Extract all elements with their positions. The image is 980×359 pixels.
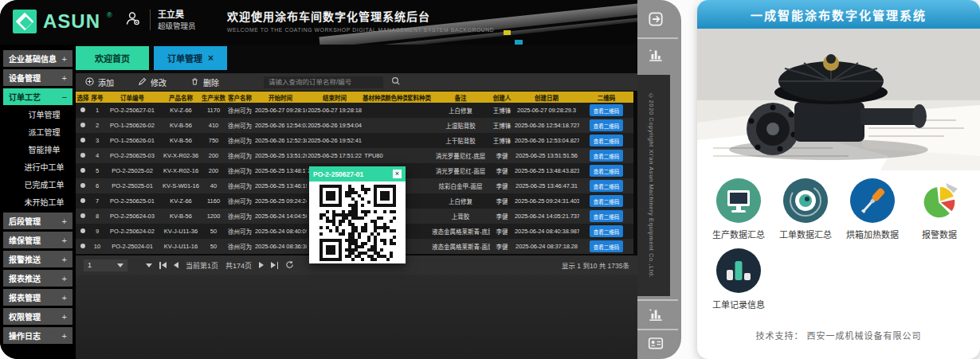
sidebar-item[interactable]: 订单工艺−: [3, 88, 73, 105]
close-tab-icon[interactable]: ×: [208, 53, 214, 64]
sidebar-subitem[interactable]: 订单管理: [3, 106, 73, 123]
refresh-icon[interactable]: [285, 260, 294, 271]
table-row[interactable]: 1PO-2-250627-01KV-Z-661170徐州可为2025-06-27…: [76, 103, 633, 118]
sidebar-item[interactable]: 设备管理+: [3, 69, 73, 86]
qrcode-image: [319, 185, 396, 261]
cell: 2025-06-24 08:36:30: [254, 239, 307, 254]
row-select-radio[interactable]: [80, 213, 85, 218]
cell: PO-2-250625-03: [104, 148, 160, 163]
expand-icon: +: [62, 217, 67, 226]
divider: [150, 10, 151, 30]
row-select-radio[interactable]: [80, 228, 85, 233]
view-qrcode-button[interactable]: 查看二维码: [590, 165, 624, 177]
sidebar-item-label: 操作日志: [9, 330, 41, 341]
column-header: 基材种类: [363, 92, 385, 103]
cell: [385, 103, 407, 118]
add-button[interactable]: 添加: [85, 76, 114, 88]
search-icon[interactable]: [391, 75, 401, 89]
view-qrcode-button[interactable]: 查看二维码: [590, 150, 624, 162]
sidebar-subitem[interactable]: 派工管理: [3, 123, 73, 140]
cell: 李健: [490, 224, 514, 239]
shortcut-production-summary[interactable]: 生产数据汇总: [705, 178, 772, 240]
sidebar-item[interactable]: 报表管理+: [3, 289, 73, 306]
row-select-radio[interactable]: [80, 123, 85, 127]
tech-support-footer: 技术支持： 西安一成机械设备有限公司: [697, 329, 980, 341]
shortcut-alarm-data[interactable]: 报警数据: [906, 178, 973, 240]
sidebar-subitem[interactable]: 智能排单: [3, 141, 73, 158]
statistics-button-bottom[interactable]: [640, 302, 672, 330]
shortcut-workorder-records[interactable]: 工单记录信息: [705, 248, 772, 310]
sidebar-item[interactable]: 报警推送+: [3, 251, 73, 267]
shortcut-workorder-summary[interactable]: 工单数据汇总: [772, 178, 839, 240]
cell: KV-B-56: [160, 209, 202, 224]
cell: 消光罗曼尼红-底层: [431, 148, 490, 163]
valve-product-photo: [697, 29, 980, 170]
page-size-select[interactable]: 1: [84, 259, 127, 271]
cell: [363, 133, 385, 148]
pen-icon: [138, 77, 147, 88]
first-page-button[interactable]: [159, 262, 167, 269]
statistics-button-top[interactable]: [640, 43, 672, 70]
row-select-radio[interactable]: [80, 168, 85, 173]
cell: 王博锋: [490, 103, 514, 118]
cell: 7: [90, 193, 104, 209]
tab-order-management[interactable]: 订单管理 ×: [154, 46, 227, 70]
row-select-radio[interactable]: [80, 138, 85, 142]
cell: 徐州可为: [225, 209, 254, 224]
qrcode-popup: PO-2-250627-01 ×: [309, 166, 406, 263]
view-qrcode-button[interactable]: 查看二维码: [590, 240, 624, 252]
row-select-radio[interactable]: [80, 153, 85, 158]
cell: PO-2-250625-01: [104, 193, 160, 209]
shortcut-oven-heating-data[interactable]: 烘箱加热数据: [839, 178, 906, 240]
cell: 2025-06-27 19:28:18: [307, 103, 363, 118]
cell: 徐州可为: [225, 193, 254, 209]
view-qrcode-button[interactable]: 查看二维码: [590, 195, 624, 207]
cell: [407, 118, 431, 133]
delete-button[interactable]: 删除: [190, 76, 219, 88]
tab-welcome-home[interactable]: 欢迎首页: [76, 46, 149, 70]
contact-card-button[interactable]: [640, 331, 672, 358]
view-qrcode-button[interactable]: 查看二维码: [590, 210, 624, 222]
sidebar-item[interactable]: 权限管理+: [3, 308, 73, 325]
cell: 徐州可为: [225, 133, 254, 148]
view-qrcode-button[interactable]: 查看二维码: [590, 104, 624, 116]
sidebar-item[interactable]: 企业基础信息+: [3, 50, 73, 67]
exit-button[interactable]: [640, 7, 672, 34]
sidebar-item[interactable]: 操作日志+: [3, 327, 73, 344]
sidebar-subitem[interactable]: 进行中工单: [3, 158, 73, 175]
edit-button[interactable]: 修改: [138, 76, 167, 88]
cell: 2: [90, 118, 104, 133]
sidebar-item[interactable]: 后段管理+: [3, 213, 73, 229]
cell: 2025-06-25 13:46:15: [254, 178, 307, 193]
row-select-radio[interactable]: [80, 107, 85, 112]
prev-page-button[interactable]: [174, 262, 178, 268]
table-row[interactable]: 3PO-1-250626-01KV-B-56750徐州可为2025-06-26 …: [76, 133, 633, 148]
view-qrcode-button[interactable]: 查看二维码: [590, 135, 624, 146]
search-input[interactable]: [264, 76, 383, 88]
sidebar-subitem[interactable]: 未开始工单: [3, 193, 73, 210]
next-page-button[interactable]: [259, 262, 264, 268]
row-select-radio[interactable]: [80, 198, 85, 203]
view-qrcode-button[interactable]: 查看二维码: [590, 225, 624, 237]
column-header: 开始时间: [254, 92, 307, 103]
cell: [385, 133, 407, 148]
user-block[interactable]: 王立昊 超级管理员: [123, 9, 196, 31]
row-select-radio[interactable]: [80, 183, 85, 188]
row-select-radio[interactable]: [80, 244, 85, 248]
view-qrcode-button[interactable]: 查看二维码: [590, 180, 624, 192]
sidebar-subitem[interactable]: 已完成工单: [3, 176, 73, 193]
screwdriver-icon: [850, 178, 895, 223]
popup-close-icon[interactable]: ×: [393, 170, 402, 178]
expand-icon: +: [62, 331, 67, 341]
sidebar-item-label: 维保管理: [9, 234, 41, 246]
table-row[interactable]: 4PO-2-250625-03KV-X-R02-36200徐州可为2025-06…: [76, 148, 633, 163]
column-header: 选择: [76, 92, 90, 103]
sidebar-item[interactable]: 报表推送+: [3, 270, 73, 287]
table-row[interactable]: 2PO-1-250626-02KV-B-56410徐州可为2025-06-26 …: [76, 118, 633, 133]
expand-icon: +: [62, 54, 67, 64]
app-header: ASUN ® 王立昊 超级管理员 欢迎使用涂布车间数字化管理系统后台 WELCO…: [0, 0, 637, 45]
view-qrcode-button[interactable]: 查看二维码: [590, 119, 624, 131]
dropdown-icon[interactable]: [146, 263, 152, 267]
last-page-button[interactable]: [271, 262, 278, 269]
sidebar-item[interactable]: 维保管理+: [3, 232, 73, 248]
